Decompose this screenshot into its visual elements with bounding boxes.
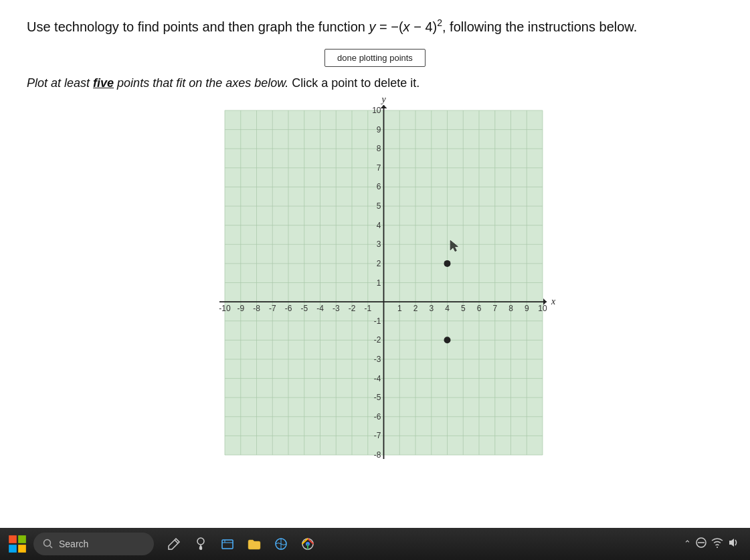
browser-icon-button[interactable]	[269, 532, 293, 556]
svg-rect-2	[9, 545, 17, 553]
taskbar: Search	[0, 528, 750, 560]
svg-line-5	[50, 546, 53, 549]
svg-point-15	[717, 547, 718, 548]
svg-rect-0	[9, 535, 17, 543]
svg-rect-3	[18, 545, 26, 553]
svg-point-4	[44, 540, 51, 547]
done-plotting-button[interactable]: done plotting points	[324, 49, 426, 67]
taskbar-right: ⌃	[684, 537, 745, 551]
main-content: Use technology to find points and then g…	[0, 0, 750, 472]
graph-container	[27, 97, 723, 472]
search-label: Search	[59, 539, 88, 549]
instruction-text: Plot at least five points that fit on th…	[27, 76, 723, 90]
volume-icon[interactable]	[727, 537, 739, 551]
svg-point-7	[197, 538, 204, 545]
svg-rect-8	[222, 540, 233, 549]
chrome-icon-button[interactable]	[296, 532, 320, 556]
svg-rect-1	[18, 535, 26, 543]
explorer-icon-button[interactable]	[215, 532, 240, 556]
wifi-icon[interactable]	[711, 537, 723, 551]
system-tray-icons: ⌃	[684, 537, 739, 551]
coordinate-graph[interactable]	[195, 97, 556, 472]
question-text: Use technology to find points and then g…	[27, 16, 723, 37]
start-button[interactable]	[5, 532, 29, 556]
search-icon	[43, 539, 54, 549]
button-row: done plotting points	[27, 49, 723, 67]
paint-icon-button[interactable]	[189, 532, 213, 556]
graph-wrapper[interactable]	[195, 97, 556, 472]
folder-icon-button[interactable]	[242, 532, 266, 556]
caret-up-icon[interactable]: ⌃	[684, 539, 691, 549]
pen-icon-button[interactable]	[162, 532, 186, 556]
taskbar-icons	[162, 532, 320, 556]
network-icon[interactable]	[695, 537, 707, 551]
search-bar[interactable]: Search	[33, 533, 154, 555]
